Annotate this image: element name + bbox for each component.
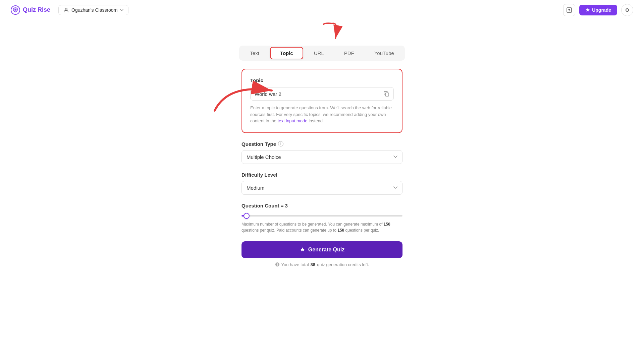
difficulty-label: Difficulty Level	[241, 172, 402, 178]
question-type-section: Question Type i Multiple Choice True/Fal…	[241, 141, 402, 164]
question-count-slider[interactable]	[241, 215, 402, 217]
credits-count: 88	[311, 262, 315, 267]
arrow-to-tab	[272, 20, 372, 47]
difficulty-section: Difficulty Level Easy Medium Hard	[241, 172, 402, 195]
question-type-label: Question Type i	[241, 141, 402, 147]
svg-rect-6	[385, 93, 389, 96]
tab-youtube[interactable]: YouTube	[365, 47, 404, 59]
slider-max1: 150	[384, 222, 390, 227]
slider-max2: 150	[337, 228, 344, 233]
hint-link[interactable]: text input mode	[278, 118, 308, 123]
chevron-down-icon	[120, 9, 123, 11]
hint-after: instead	[308, 118, 323, 123]
tab-pdf[interactable]: PDF	[335, 47, 364, 59]
export-icon	[566, 7, 572, 13]
logo-icon	[11, 5, 20, 15]
slider-hint: Maximum number of questions to be genera…	[241, 221, 402, 233]
classroom-selector[interactable]: Oguzhan's Classroom	[58, 5, 128, 15]
info-icon[interactable]: i	[278, 141, 283, 146]
question-type-text: Question Type	[241, 141, 276, 147]
question-count-equals: =	[281, 203, 285, 208]
slider-hint-middle: questions per quiz. Paid accounts can ge…	[241, 228, 337, 233]
topic-input[interactable]	[255, 91, 383, 97]
slider-hint-before: Maximum number of questions to be genera…	[241, 222, 384, 227]
generate-label: Generate Quiz	[308, 247, 344, 253]
person-icon	[63, 7, 69, 13]
classroom-label: Oguzhan's Classroom	[71, 7, 117, 13]
avatar-label: O	[626, 7, 629, 13]
svg-point-2	[65, 8, 67, 10]
credits-icon	[275, 262, 280, 267]
slider-hint-after: questions per quiz.	[344, 228, 379, 233]
tab-text[interactable]: Text	[240, 47, 269, 59]
topic-input-wrapper	[250, 87, 394, 101]
difficulty-select[interactable]: Easy Medium Hard	[241, 181, 402, 195]
difficulty-text: Difficulty Level	[241, 172, 277, 178]
slider-wrapper	[241, 212, 402, 218]
generate-icon	[300, 247, 306, 253]
topic-form-card: Topic Enter a topic to generate question…	[241, 69, 402, 133]
copy-button[interactable]	[383, 91, 389, 97]
copy-icon	[383, 91, 389, 97]
hint-text: Enter a topic to generate questions from…	[250, 105, 394, 124]
tab-topic[interactable]: Topic	[270, 47, 303, 59]
form-card-title: Topic	[250, 77, 394, 83]
header-right: Upgrade O	[563, 4, 633, 16]
header: Quiz Rise Oguzhan's Classroom Upgrade	[0, 0, 644, 20]
upgrade-button[interactable]: Upgrade	[579, 5, 617, 15]
question-count-value: 3	[285, 203, 288, 208]
credits-text: You have total 88 quiz generation credit…	[275, 262, 369, 267]
logo[interactable]: Quiz Rise	[11, 5, 50, 15]
generate-button[interactable]: Generate Quiz	[241, 241, 402, 258]
credits-before: You have total	[281, 262, 309, 267]
tab-url[interactable]: URL	[305, 47, 333, 59]
question-count-section: Question Count = 3 Maximum number of que…	[241, 203, 402, 233]
svg-point-1	[15, 9, 16, 10]
question-type-select[interactable]: Multiple Choice True/False Short Answer	[241, 150, 402, 164]
sparkle-icon	[585, 8, 590, 12]
tabs-nav: Text Topic URL PDF YouTube	[239, 46, 405, 61]
question-count-text: Question Count	[241, 203, 279, 208]
avatar[interactable]: O	[621, 4, 633, 16]
export-button[interactable]	[563, 4, 575, 16]
question-count-label: Question Count = 3	[241, 203, 402, 208]
upgrade-label: Upgrade	[592, 7, 611, 13]
credits-after: quiz generation credits left.	[317, 262, 369, 267]
main-content: Text Topic URL PDF YouTube Topic Enter a	[0, 20, 644, 267]
logo-text: Quiz Rise	[23, 6, 50, 13]
